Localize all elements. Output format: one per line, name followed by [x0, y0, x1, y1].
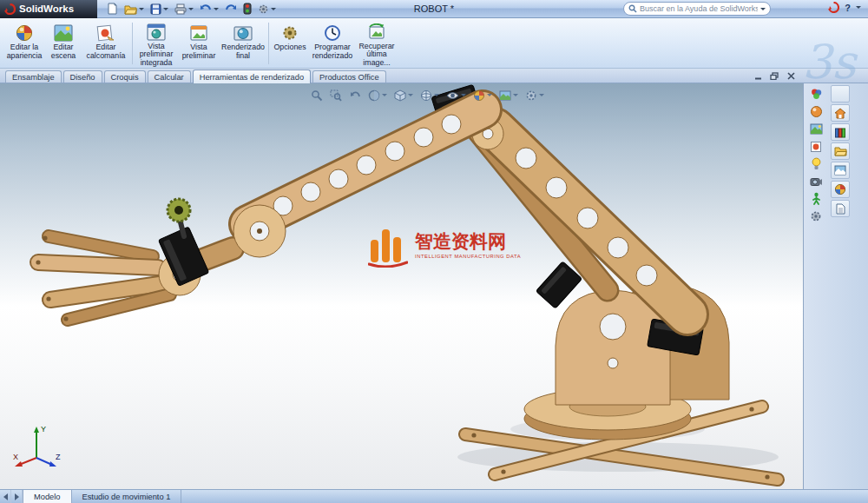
tab-diseno[interactable]: Diseño — [63, 70, 102, 83]
eye-icon — [446, 90, 459, 101]
document-minimize-button[interactable] — [752, 70, 764, 81]
triad-y-label: Y — [41, 425, 46, 434]
render-options-button[interactable]: Opciones — [271, 20, 309, 67]
walkthrough-icon[interactable] — [808, 191, 824, 206]
chevron-down-icon — [214, 8, 219, 10]
edit-appearance-hud-button[interactable] — [471, 88, 494, 103]
chevron-down-icon — [408, 94, 413, 96]
view-settings-button[interactable] — [523, 88, 546, 103]
view-palette-icon[interactable] — [831, 162, 850, 179]
tab-productos-office[interactable]: Productos Office — [312, 70, 386, 83]
model-upper-boom[interactable] — [248, 109, 483, 224]
previous-view-icon — [349, 89, 361, 101]
appearance-wheel-icon[interactable] — [808, 87, 824, 102]
zoom-to-area-button[interactable] — [328, 88, 344, 103]
options-button[interactable] — [255, 1, 279, 17]
ribbon-separator — [268, 23, 269, 64]
ribbon-button-label: Editar escena — [47, 43, 80, 60]
edit-decal-button[interactable]: Editar calcomanía — [82, 20, 130, 67]
appearance-ball-icon[interactable] — [808, 104, 824, 119]
render-toolbar-vertical — [808, 87, 824, 223]
graphics-viewport[interactable]: 智造资料网 INTELLIGENT MANUFACTURING DATA Y X… — [0, 83, 804, 489]
undo-button[interactable] — [197, 1, 221, 17]
robot-arm-model[interactable] — [0, 83, 804, 489]
open-button[interactable] — [122, 1, 147, 17]
solidworks-logo-icon — [4, 3, 16, 15]
chevron-down-icon — [139, 8, 144, 10]
help-button[interactable]: ? — [845, 3, 851, 13]
view-orientation-cube-icon — [394, 89, 406, 102]
solidworks-help-icon[interactable] — [828, 2, 839, 13]
ribbon-button-label: Opciones — [273, 43, 307, 52]
right-arrow-icon — [15, 493, 19, 500]
tab-scroll-right-button[interactable] — [11, 490, 23, 503]
schedule-render-button[interactable]: Programar renderizado — [309, 20, 356, 67]
final-render-button[interactable]: Renderizado final — [220, 20, 266, 67]
edit-appearance-button[interactable]: Editar la apariencia — [3, 20, 45, 67]
save-icon — [150, 3, 161, 15]
tab-ensamblaje[interactable]: Ensamblaje — [5, 70, 62, 83]
help-cluster: ? — [828, 2, 861, 13]
chevron-down-icon — [382, 94, 387, 96]
edit-scene-button[interactable]: Editar escena — [45, 20, 82, 67]
ribbon-button-label: Vista preliminar — [180, 43, 218, 60]
apply-scene-icon — [499, 90, 511, 101]
heads-up-view-toolbar — [309, 88, 546, 103]
tab-scroll-left-button[interactable] — [0, 490, 11, 503]
model-gripper[interactable] — [36, 199, 208, 321]
hide-show-items-button[interactable] — [444, 88, 468, 103]
design-library-icon[interactable] — [831, 123, 850, 141]
app-name: SolidWorks — [19, 3, 74, 14]
file-explorer-icon[interactable] — [831, 142, 850, 160]
solidworks-resources-icon[interactable] — [831, 104, 850, 122]
preview-window-button[interactable]: Vista preliminar — [178, 20, 220, 67]
save-button[interactable] — [148, 1, 171, 17]
help-search-box[interactable] — [623, 2, 771, 16]
print-button[interactable] — [172, 1, 196, 17]
task-pane-collapse-button[interactable] — [831, 85, 850, 103]
zoom-to-fit-button[interactable] — [309, 88, 325, 103]
integrated-preview-icon — [147, 22, 166, 43]
chevron-down-icon — [271, 8, 276, 10]
reference-triad: Y X Z — [12, 421, 62, 470]
previous-view-button[interactable] — [347, 88, 363, 103]
ribbon-button-label: Renderizado final — [221, 43, 265, 60]
tab-modelo[interactable]: Modelo — [23, 490, 72, 503]
document-window-controls — [752, 70, 797, 81]
render-gear-icon[interactable] — [808, 208, 824, 223]
tab-estudio-de-movimiento[interactable]: Estudio de movimiento 1 — [72, 490, 182, 503]
document-close-button[interactable] — [785, 70, 797, 81]
preview-window-icon — [189, 22, 208, 43]
appearance-sphere-icon — [15, 22, 34, 43]
custom-properties-icon[interactable] — [831, 200, 850, 217]
tab-herramientas-de-renderizado[interactable]: Herramientas de renderizado — [193, 69, 311, 83]
zoom-to-area-icon — [330, 89, 342, 102]
document-restore-button[interactable] — [768, 70, 780, 81]
gear-icon — [258, 3, 269, 15]
integrated-preview-button[interactable]: Vista preliminar integrada — [135, 20, 178, 67]
lights-icon[interactable] — [808, 156, 824, 171]
display-style-button[interactable] — [418, 88, 441, 103]
chevron-down-icon — [487, 94, 492, 96]
apply-scene-button[interactable] — [497, 88, 520, 103]
view-orientation-button[interactable] — [392, 88, 415, 103]
scene-icon[interactable] — [808, 122, 824, 136]
appearances-scenes-icon[interactable] — [831, 181, 850, 198]
scene-icon — [54, 22, 73, 43]
rebuild-button[interactable] — [240, 1, 254, 17]
redo-button[interactable] — [222, 1, 240, 17]
new-document-button[interactable] — [104, 1, 121, 17]
camera-icon[interactable] — [808, 174, 824, 189]
print-icon — [174, 3, 187, 15]
section-view-button[interactable] — [366, 88, 389, 103]
chevron-down-icon — [434, 94, 439, 96]
help-search-input[interactable] — [640, 4, 758, 13]
recall-last-image-button[interactable]: Recuperar última image... — [356, 20, 398, 67]
chevron-down-icon[interactable] — [856, 6, 861, 9]
decal-icon[interactable] — [808, 139, 824, 154]
tab-croquis[interactable]: Croquis — [104, 70, 146, 83]
tab-calcular[interactable]: Calcular — [148, 70, 191, 83]
chevron-down-icon — [760, 8, 766, 10]
model-elbow[interactable] — [201, 205, 286, 261]
section-view-icon — [368, 89, 380, 102]
